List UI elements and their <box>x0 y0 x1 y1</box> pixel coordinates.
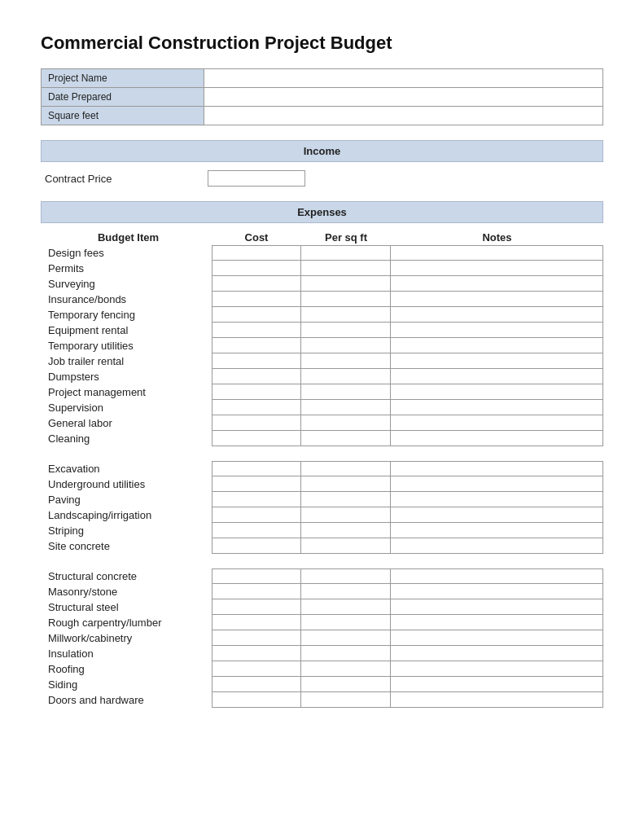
notes-cell[interactable] <box>391 661 603 677</box>
cost-cell[interactable] <box>212 307 301 323</box>
notes-cell[interactable] <box>391 338 603 353</box>
cost-cell[interactable] <box>212 276 301 292</box>
notes-cell[interactable] <box>391 523 603 538</box>
persqft-cell[interactable] <box>301 677 391 692</box>
persqft-cell[interactable] <box>301 461 391 476</box>
notes-cell[interactable] <box>391 307 603 323</box>
persqft-cell[interactable] <box>301 568 391 584</box>
persqft-cell[interactable] <box>301 415 391 431</box>
cost-cell[interactable] <box>212 338 301 353</box>
cost-cell[interactable] <box>212 353 301 369</box>
cost-cell[interactable] <box>212 538 301 554</box>
cost-cell[interactable] <box>212 568 301 584</box>
notes-cell[interactable] <box>391 369 603 384</box>
table-row: Temporary fencing <box>45 307 603 323</box>
persqft-cell[interactable] <box>301 431 391 446</box>
cost-cell[interactable] <box>212 584 301 599</box>
persqft-cell[interactable] <box>301 307 391 323</box>
notes-cell[interactable] <box>391 599 603 615</box>
persqft-cell[interactable] <box>301 369 391 384</box>
table-row: Temporary utilities <box>45 338 603 353</box>
budget-group-2: Structural concrete Masonry/stone Struct… <box>41 568 603 708</box>
persqft-cell[interactable] <box>301 692 391 708</box>
cost-cell[interactable] <box>212 476 301 492</box>
notes-cell[interactable] <box>391 677 603 692</box>
persqft-cell[interactable] <box>301 353 391 369</box>
project-info-value[interactable] <box>204 88 603 107</box>
cost-cell[interactable] <box>212 507 301 523</box>
cost-cell[interactable] <box>212 523 301 538</box>
persqft-cell[interactable] <box>301 661 391 677</box>
persqft-cell[interactable] <box>301 599 391 615</box>
notes-cell[interactable] <box>391 507 603 523</box>
persqft-cell[interactable] <box>301 538 391 554</box>
cost-cell[interactable] <box>212 615 301 630</box>
cost-cell[interactable] <box>212 630 301 646</box>
notes-cell[interactable] <box>391 630 603 646</box>
notes-cell[interactable] <box>391 492 603 507</box>
project-info-value[interactable] <box>204 69 603 88</box>
contract-price-input[interactable] <box>208 170 305 187</box>
persqft-cell[interactable] <box>301 400 391 415</box>
cost-cell[interactable] <box>212 646 301 661</box>
notes-cell[interactable] <box>391 615 603 630</box>
persqft-cell[interactable] <box>301 261 391 276</box>
cost-cell[interactable] <box>212 461 301 476</box>
cost-cell[interactable] <box>212 245 301 261</box>
cost-cell[interactable] <box>212 384 301 400</box>
persqft-cell[interactable] <box>301 292 391 307</box>
notes-cell[interactable] <box>391 476 603 492</box>
notes-cell[interactable] <box>391 584 603 599</box>
persqft-cell[interactable] <box>301 615 391 630</box>
persqft-cell[interactable] <box>301 630 391 646</box>
cost-cell[interactable] <box>212 369 301 384</box>
persqft-cell[interactable] <box>301 507 391 523</box>
notes-cell[interactable] <box>391 400 603 415</box>
project-info-label: Square feet <box>42 107 204 125</box>
notes-cell[interactable] <box>391 276 603 292</box>
notes-cell[interactable] <box>391 261 603 276</box>
notes-cell[interactable] <box>391 646 603 661</box>
cost-cell[interactable] <box>212 692 301 708</box>
cost-cell[interactable] <box>212 677 301 692</box>
persqft-cell[interactable] <box>301 584 391 599</box>
cost-cell[interactable] <box>212 661 301 677</box>
notes-cell[interactable] <box>391 431 603 446</box>
persqft-cell[interactable] <box>301 384 391 400</box>
persqft-cell[interactable] <box>301 338 391 353</box>
persqft-cell[interactable] <box>301 492 391 507</box>
table-row: Doors and hardware <box>45 692 603 708</box>
persqft-cell[interactable] <box>301 646 391 661</box>
cost-cell[interactable] <box>212 415 301 431</box>
persqft-cell[interactable] <box>301 523 391 538</box>
cost-cell[interactable] <box>212 400 301 415</box>
notes-cell[interactable] <box>391 692 603 708</box>
cost-cell[interactable] <box>212 323 301 338</box>
cost-cell[interactable] <box>212 261 301 276</box>
budget-item-name: Equipment rental <box>45 323 212 338</box>
notes-cell[interactable] <box>391 415 603 431</box>
project-info-value[interactable] <box>204 107 603 125</box>
notes-cell[interactable] <box>391 384 603 400</box>
budget-item-name: Landscaping/irrigation <box>45 507 212 523</box>
notes-cell[interactable] <box>391 538 603 554</box>
cost-cell[interactable] <box>212 492 301 507</box>
persqft-cell[interactable] <box>301 245 391 261</box>
persqft-cell[interactable] <box>301 276 391 292</box>
notes-cell[interactable] <box>391 323 603 338</box>
table-row: Excavation <box>45 461 603 476</box>
budget-item-name: Underground utilities <box>45 476 212 492</box>
cost-cell[interactable] <box>212 292 301 307</box>
cost-cell[interactable] <box>212 431 301 446</box>
table-row: General labor <box>45 415 603 431</box>
cost-cell[interactable] <box>212 599 301 615</box>
persqft-cell[interactable] <box>301 323 391 338</box>
persqft-cell[interactable] <box>301 476 391 492</box>
notes-cell[interactable] <box>391 353 603 369</box>
notes-cell[interactable] <box>391 568 603 584</box>
notes-cell[interactable] <box>391 292 603 307</box>
notes-cell[interactable] <box>391 245 603 261</box>
income-section-header: Income <box>41 140 603 162</box>
table-row: Underground utilities <box>45 476 603 492</box>
notes-cell[interactable] <box>391 461 603 476</box>
